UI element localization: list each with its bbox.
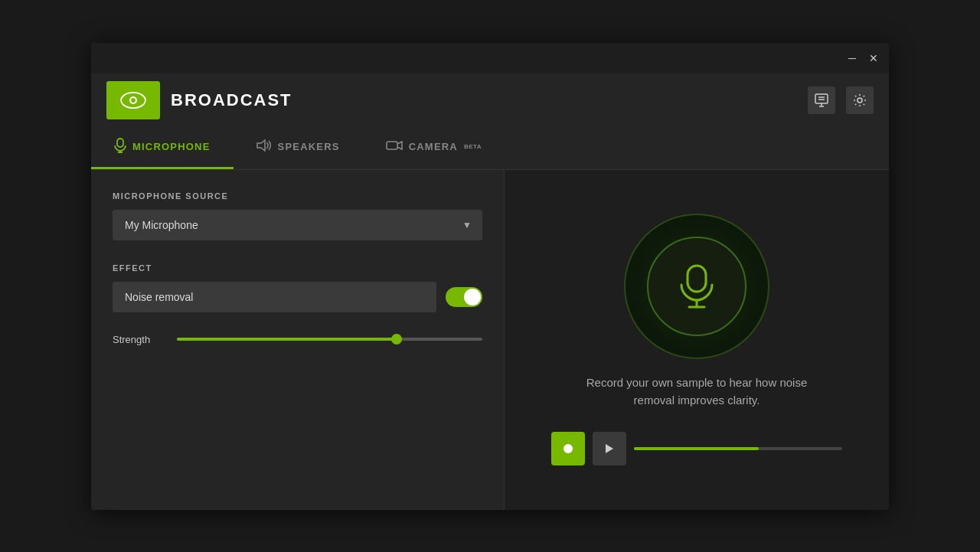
right-panel: Record your own sample to hear how noise… [505, 170, 889, 510]
tab-speakers-label: SPEAKERS [278, 141, 340, 152]
feedback-button[interactable] [808, 87, 835, 114]
left-panel: MICROPHONE SOURCE My Microphone Default … [91, 170, 505, 510]
header: BROADCAST [91, 73, 889, 127]
app-window: ─ ✕ BROADCAST [91, 43, 889, 510]
logo-area: BROADCAST [106, 81, 292, 119]
strength-row: Strength [113, 334, 482, 345]
effect-row [113, 282, 482, 312]
svg-rect-13 [387, 142, 397, 149]
source-section-label: MICROPHONE SOURCE [113, 191, 482, 201]
main-content: MICROPHONE SOURCE My Microphone Default … [91, 170, 889, 510]
title-bar-buttons: ─ ✕ [844, 51, 881, 66]
playback-row [551, 432, 842, 465]
mic-visual [624, 214, 769, 359]
svg-rect-14 [688, 266, 706, 292]
mic-large-icon [678, 263, 716, 309]
record-hint: Record your own sample to hear how noise… [574, 374, 819, 409]
inner-circle [647, 237, 746, 336]
svg-rect-9 [117, 139, 123, 147]
svg-point-8 [858, 98, 862, 103]
header-right [808, 87, 874, 114]
play-button[interactable] [593, 432, 626, 465]
brand-name: BROADCAST [171, 90, 292, 110]
close-button[interactable]: ✕ [866, 51, 881, 66]
strength-label: Strength [113, 334, 166, 345]
beta-badge: BETA [464, 143, 482, 150]
minimize-button[interactable]: ─ [844, 51, 860, 66]
tabs: MICROPHONE SPEAKERS CAMERA BETA [91, 127, 889, 170]
toggle-knob [464, 289, 481, 305]
record-button[interactable] [551, 432, 585, 465]
tab-camera-label: CAMERA [409, 141, 458, 152]
source-select-wrapper: My Microphone Default Microphone Line In… [113, 210, 482, 240]
svg-rect-3 [815, 94, 828, 103]
playback-progress[interactable] [634, 447, 842, 450]
svg-marker-18 [606, 444, 613, 453]
title-bar: ─ ✕ [91, 43, 889, 73]
strength-fill [177, 338, 397, 341]
tab-microphone[interactable]: MICROPHONE [91, 127, 234, 169]
svg-marker-12 [257, 140, 265, 151]
tab-speakers[interactable]: SPEAKERS [234, 127, 363, 169]
settings-button[interactable] [846, 87, 874, 114]
svg-point-2 [131, 98, 136, 103]
tab-camera[interactable]: CAMERA BETA [363, 127, 505, 169]
effect-input[interactable] [113, 282, 436, 312]
effect-section-label: EFFECT [113, 263, 482, 273]
effect-toggle[interactable] [446, 287, 482, 307]
camera-tab-icon [386, 140, 403, 154]
nvidia-logo [106, 81, 160, 119]
progress-fill [634, 447, 759, 450]
strength-thumb[interactable] [391, 334, 402, 345]
source-select[interactable]: My Microphone Default Microphone Line In [113, 210, 482, 240]
tab-microphone-label: MICROPHONE [132, 141, 211, 152]
speakers-tab-icon [256, 139, 272, 155]
svg-point-17 [564, 444, 573, 453]
microphone-tab-icon [114, 138, 126, 156]
strength-slider[interactable] [177, 338, 482, 341]
